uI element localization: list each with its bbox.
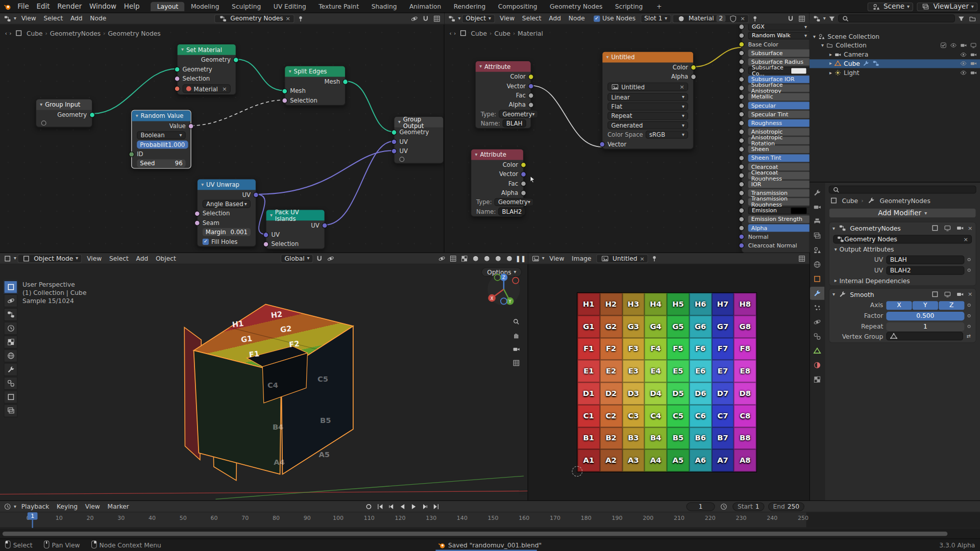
topbar-menu-edit[interactable]: Edit	[33, 2, 54, 11]
node-tree-selector[interactable]: Geometry Nodes ×	[214, 14, 295, 23]
node-socket[interactable]	[739, 138, 744, 143]
tool-measure[interactable]	[4, 377, 17, 390]
material-asset-field[interactable]: Material×	[183, 84, 231, 93]
node-random-value[interactable]: ▾Random ValueValueBoolean▾Probabilit1.00…	[131, 110, 191, 169]
frame-tick-10[interactable]: 10	[56, 515, 63, 521]
slider-sheen-tint[interactable]: Sheen Tint	[748, 154, 810, 162]
unlink-material-button[interactable]: ×	[741, 15, 745, 21]
collapse-icon[interactable]: ▾	[136, 113, 138, 119]
pin-icon[interactable]	[649, 254, 659, 264]
node-socket[interactable]	[528, 102, 534, 108]
snap-magnet-icon[interactable]	[314, 254, 325, 264]
shading-solid-icon[interactable]	[482, 254, 492, 264]
frame-tick-140[interactable]: 140	[457, 515, 468, 521]
frame-tick-40[interactable]: 40	[149, 515, 156, 521]
blender-logo-icon[interactable]	[3, 2, 13, 12]
tool-select-box[interactable]	[4, 281, 17, 294]
hide-eye-icon[interactable]	[960, 60, 968, 68]
breadcrumb-object[interactable]: Cube	[842, 197, 858, 204]
frame-tick-60[interactable]: 60	[210, 515, 217, 521]
properties-tab-output[interactable]	[810, 215, 824, 228]
node-socket[interactable]	[528, 83, 534, 89]
node-attribute-1[interactable]: ▾AttributeColorVectorFacAlphaType:Geomet…	[475, 61, 531, 129]
axis-z-toggle[interactable]: Z	[939, 301, 964, 310]
properties-tab-constraint[interactable]	[810, 330, 824, 343]
next-keyframe-button[interactable]	[420, 502, 430, 511]
unlink-icon[interactable]: ×	[680, 84, 684, 90]
play-button[interactable]	[409, 502, 419, 511]
overlays-icon[interactable]	[432, 13, 442, 23]
node-socket[interactable]	[739, 173, 744, 179]
dropdown-linear[interactable]: Linear▾	[607, 93, 688, 101]
frame-tick-170[interactable]: 170	[550, 515, 560, 521]
frame-end-field[interactable]: End250	[768, 502, 804, 511]
slider-specular[interactable]: Specular	[748, 102, 810, 110]
tool-rotate[interactable]	[4, 322, 17, 335]
node-set-material[interactable]: ▾Set MaterialGeometryGeometrySelectionMa…	[177, 44, 236, 95]
frame-tick-160[interactable]: 160	[519, 515, 529, 521]
jump-to-end-button[interactable]	[431, 502, 442, 511]
render-toggle-icon[interactable]	[955, 223, 966, 233]
slider-emission-strength[interactable]: Emission Strength	[748, 215, 810, 223]
tool-transform[interactable]	[4, 349, 17, 362]
node-socket[interactable]	[188, 123, 194, 129]
viewport-menu-add[interactable]: Add	[132, 254, 152, 262]
collapse-icon[interactable]: ▾	[181, 47, 184, 53]
frame-tick-150[interactable]: 150	[488, 515, 499, 521]
uv-test-grid-image[interactable]: H1H2H3H4H5H6H7H8G1G2G3G4G5G6G7G8F1F2F3F4…	[577, 293, 756, 471]
node-socket[interactable]	[739, 33, 744, 38]
node-socket[interactable]	[691, 64, 696, 70]
expand-icon[interactable]: ▸	[829, 52, 832, 57]
node-group-output[interactable]: ▾Group OutputGeometryUVUV	[394, 116, 444, 164]
shading-material-icon[interactable]	[493, 254, 503, 264]
node-socket[interactable]	[521, 190, 526, 195]
node-socket[interactable]	[391, 148, 397, 154]
modifier-name[interactable]: Smooth	[850, 291, 874, 297]
attribute-name-field[interactable]: BLAH	[886, 255, 964, 264]
shader-menu-view[interactable]: View	[496, 14, 519, 22]
collapse-icon[interactable]: ▾	[270, 212, 273, 218]
properties-tab-viewlayer[interactable]	[810, 229, 824, 242]
slider-probabilit[interactable]: Probabilit1.000	[137, 141, 188, 149]
disable-render-icon[interactable]	[969, 60, 977, 68]
node-socket[interactable]	[739, 59, 744, 65]
workspace-tab-shading[interactable]: Shading	[365, 2, 403, 11]
node-socket[interactable]	[521, 181, 526, 186]
expand-icon[interactable]: ▾	[813, 34, 816, 39]
workspace-tab-scripting[interactable]: Scripting	[609, 2, 649, 11]
tool-add-cube[interactable]	[4, 390, 17, 404]
node-socket[interactable]	[739, 155, 744, 161]
dropdown-random-walk[interactable]: Random Walk▾	[748, 32, 810, 39]
workspace-tab-compositing[interactable]: Compositing	[492, 2, 544, 11]
topbar-menu-window[interactable]: Window	[86, 2, 120, 11]
overlays-icon[interactable]	[448, 254, 458, 264]
properties-tab-material[interactable]	[810, 359, 824, 372]
slider-margin[interactable]: Margin0.001	[203, 228, 251, 236]
play-reverse-button[interactable]	[398, 502, 408, 511]
frame-tick-190[interactable]: 190	[612, 515, 623, 521]
node-socket[interactable]	[194, 220, 200, 226]
node-image-texture[interactable]: ▾UntitledColorAlphaUntitled×Linear▾Flat▾…	[602, 51, 694, 149]
editor-type-icon[interactable]	[3, 13, 13, 23]
editor-type-icon[interactable]	[3, 254, 13, 264]
topbar-menu-help[interactable]: Help	[120, 2, 143, 11]
unlink-node-group-button[interactable]: ×	[963, 236, 968, 242]
node-socket[interactable]	[739, 199, 744, 205]
node-socket[interactable]	[175, 66, 180, 72]
node-socket[interactable]	[739, 112, 744, 117]
navigation-gizmo[interactable]: Z X Y	[486, 272, 522, 307]
image-settings-icon[interactable]	[797, 254, 807, 264]
tool-cursor[interactable]	[4, 294, 17, 308]
hide-eye-icon[interactable]	[949, 41, 958, 49]
expand-icon[interactable]: ▾	[832, 291, 835, 297]
dropdown-srgb[interactable]: sRGB▾	[646, 131, 689, 139]
properties-tab-scene[interactable]	[810, 244, 824, 257]
node-socket[interactable]	[282, 88, 287, 94]
repeat-field[interactable]: 1	[886, 322, 964, 331]
image-datablock-field[interactable]: Untitled×	[607, 83, 688, 91]
viewport-menu-object[interactable]: Object	[152, 254, 180, 262]
slot-selector[interactable]: Slot 1▾	[641, 14, 671, 23]
add-modifier-button[interactable]: Add Modifier▾	[829, 208, 976, 218]
vertex-group-field[interactable]	[886, 332, 963, 340]
node-socket[interactable]	[233, 57, 239, 62]
